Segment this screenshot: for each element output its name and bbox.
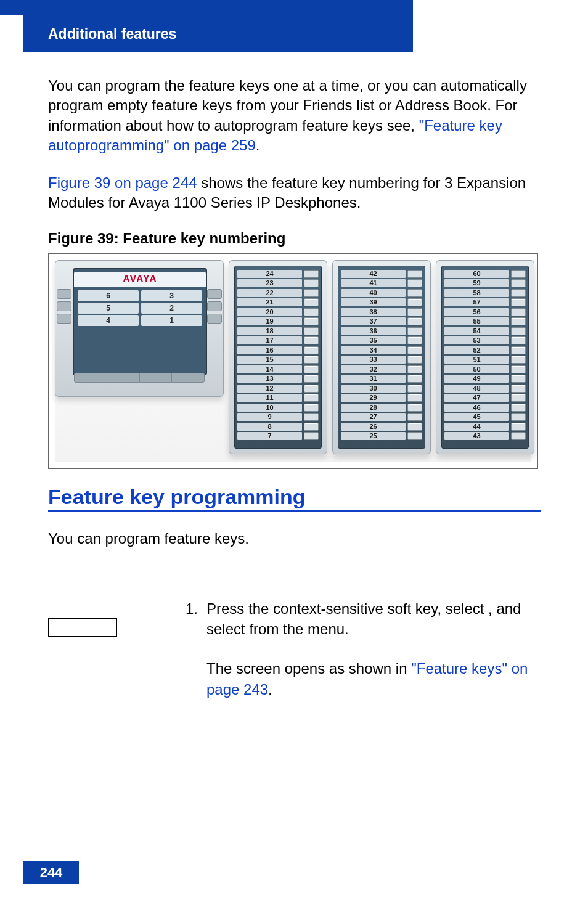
phone-side-button — [57, 289, 71, 299]
brand-label: AVAYA — [74, 272, 206, 287]
module-key-button — [407, 413, 422, 421]
module-key-label: 20 — [237, 308, 302, 316]
module-key-row: 48 — [442, 383, 528, 393]
module-key-label: 27 — [341, 413, 406, 421]
module-key-label: 31 — [341, 375, 406, 383]
module-key-label: 46 — [444, 404, 509, 412]
step-text: screen opens as shown in — [236, 660, 411, 677]
step-number: 1. — [186, 598, 206, 699]
module-key-label: 54 — [444, 327, 509, 335]
phone-side-button — [57, 301, 71, 311]
module-inner: 605958575655545352515049484746454443 — [441, 266, 529, 449]
module-key-label: 49 — [444, 375, 509, 383]
module-key-button — [304, 394, 319, 402]
phone-key-label: 3 — [141, 290, 202, 301]
module-key-button — [304, 346, 319, 354]
module-key-button — [304, 375, 319, 383]
module-key-row: 58 — [442, 288, 528, 298]
module-key-row: 17 — [235, 336, 321, 346]
module-key-row: 41 — [338, 279, 425, 288]
module-key-button — [511, 375, 526, 383]
module-key-label: 28 — [341, 404, 406, 412]
module-key-button — [304, 336, 319, 344]
module-key-label: 36 — [341, 327, 406, 335]
module-key-label: 48 — [444, 385, 509, 393]
module-key-label: 37 — [341, 317, 406, 325]
deskphone: AVAYA 6 5 4 3 2 1 — [55, 260, 224, 397]
module-key-button — [407, 289, 422, 297]
module-key-button — [407, 432, 422, 440]
module-key-button — [304, 404, 319, 412]
module-key-button — [304, 365, 319, 373]
module-key-label: 12 — [237, 385, 302, 393]
module-key-row: 28 — [338, 402, 425, 412]
phone-key-label: 6 — [78, 290, 139, 301]
module-key-row: 7 — [235, 431, 321, 441]
module-key-row: 35 — [338, 336, 425, 346]
expansion-module-1: 242322212019181716151413121110987 — [229, 260, 327, 454]
module-key-row: 45 — [442, 412, 528, 422]
module-key-row: 38 — [338, 307, 425, 317]
p2-link[interactable]: Figure 39 on page 244 — [48, 174, 197, 191]
module-key-label: 52 — [444, 346, 509, 354]
module-key-label: 50 — [444, 365, 509, 373]
module-key-button — [511, 298, 526, 306]
module-key-row: 22 — [235, 288, 321, 298]
header-top-band — [0, 0, 413, 15]
module-key-button — [304, 385, 319, 393]
module-key-row: 10 — [235, 402, 321, 412]
module-key-label: 8 — [237, 423, 302, 431]
module-key-button — [511, 336, 526, 344]
module-key-button — [407, 365, 422, 373]
module-key-button — [407, 404, 422, 412]
module-key-label: 41 — [341, 279, 406, 287]
module-key-button — [407, 298, 422, 306]
module-key-row: 23 — [235, 279, 321, 288]
module-key-label: 60 — [444, 270, 509, 278]
module-key-label: 42 — [341, 270, 406, 278]
module-key-row: 19 — [235, 317, 321, 327]
section-heading: Feature key programming — [48, 485, 541, 509]
step-row: 1. Press the context-sensitive soft key,… — [48, 598, 541, 699]
module-key-row: 53 — [442, 336, 528, 346]
step-text: The — [206, 660, 236, 677]
module-key-label: 17 — [237, 336, 302, 344]
module-key-row: 42 — [338, 269, 425, 279]
module-key-row: 54 — [442, 326, 528, 336]
page-number-badge: 244 — [23, 861, 79, 884]
module-key-button — [304, 289, 319, 297]
module-key-label: 22 — [237, 289, 302, 297]
phone-side-button — [207, 289, 222, 299]
module-inner: 424140393837363534333231302928272625 — [338, 266, 425, 449]
phone-key-label: 5 — [78, 303, 139, 314]
module-key-row: 14 — [235, 364, 321, 374]
module-key-button — [407, 270, 422, 278]
module-key-button — [407, 385, 422, 393]
step-text: context-sensitive soft key, select — [273, 600, 488, 617]
module-key-button — [304, 423, 319, 431]
module-key-row: 15 — [235, 355, 321, 365]
module-key-row: 9 — [235, 412, 321, 422]
module-key-row: 21 — [235, 298, 321, 308]
module-key-button — [511, 423, 526, 431]
intro-paragraph-2: Figure 39 on page 244 shows the feature … — [48, 173, 541, 213]
step-body: 1. Press the context-sensitive soft key,… — [186, 598, 541, 699]
module-key-row: 39 — [338, 298, 425, 308]
module-key-label: 21 — [237, 298, 302, 306]
header-section-tab: Additional features — [23, 15, 413, 52]
step-illustration — [48, 598, 186, 637]
module-key-row: 32 — [338, 364, 425, 374]
phone-screen: AVAYA 6 5 4 3 2 1 — [73, 268, 207, 375]
module-key-button — [511, 413, 526, 421]
module-key-row: 37 — [338, 317, 425, 327]
module-key-button — [511, 394, 526, 402]
page-number: 244 — [40, 865, 63, 881]
module-inner: 242322212019181716151413121110987 — [234, 266, 322, 449]
module-key-row: 25 — [338, 431, 425, 441]
module-key-button — [304, 317, 319, 325]
module-key-row: 59 — [442, 279, 528, 288]
module-key-row: 36 — [338, 326, 425, 336]
module-key-button — [304, 279, 319, 287]
intro-paragraph-1: You can program the feature keys one at … — [48, 76, 541, 156]
figure-39: AVAYA 6 5 4 3 2 1 — [48, 253, 538, 469]
